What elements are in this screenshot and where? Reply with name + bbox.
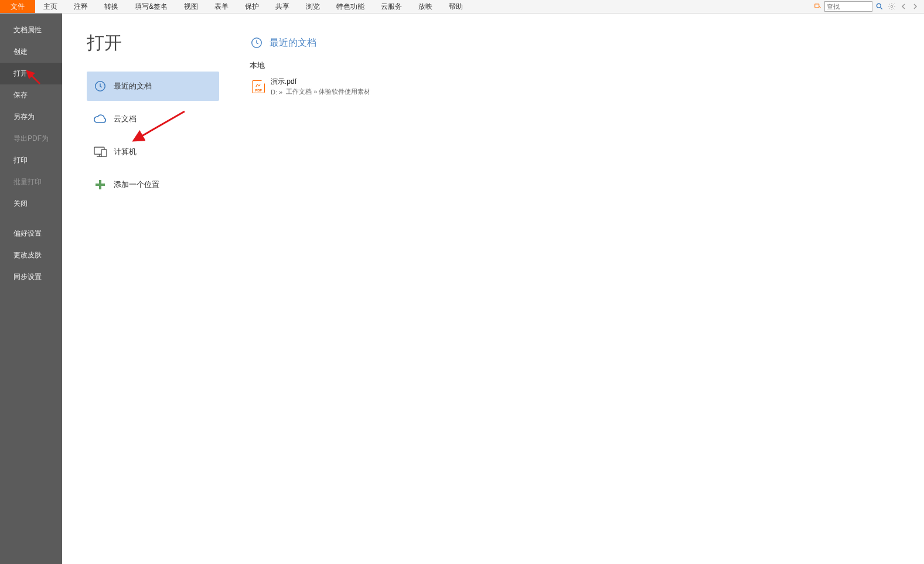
content-panel: 最近的文档 本地 PDF 演示.pdf D: » 工作文档 » 体验软件使用素材 <box>232 13 924 564</box>
svg-rect-0 <box>815 4 819 8</box>
sidebar-item-sync-settings[interactable]: 同步设置 <box>0 266 62 288</box>
svg-point-1 <box>877 4 881 8</box>
location-computer-label: 计算机 <box>114 147 137 157</box>
sidebar-item-change-skin[interactable]: 更改皮肤 <box>0 244 62 266</box>
menu-view[interactable]: 视图 <box>176 0 206 13</box>
computer-icon <box>93 144 108 159</box>
location-add[interactable]: 添加一个位置 <box>87 170 219 199</box>
sidebar-item-save-as[interactable]: 另存为 <box>0 106 62 128</box>
content-header-title: 最近的文档 <box>270 37 316 49</box>
sidebar-item-export-pdf[interactable]: 导出PDF为 <box>0 128 62 150</box>
location-cloud[interactable]: 云文档 <box>87 104 219 134</box>
search-go-icon[interactable] <box>874 1 885 12</box>
sidebar-item-create[interactable]: 创建 <box>0 41 62 63</box>
plus-icon <box>93 177 108 192</box>
find-tool-icon[interactable] <box>813 1 823 12</box>
recent-file-info: 演示.pdf D: » 工作文档 » 体验软件使用素材 <box>271 77 370 96</box>
menu-present[interactable]: 放映 <box>410 0 441 13</box>
sidebar-item-preferences[interactable]: 偏好设置 <box>0 223 62 244</box>
location-recent[interactable]: 最近的文档 <box>87 72 219 101</box>
cloud-icon <box>93 111 108 127</box>
svg-rect-5 <box>101 150 107 157</box>
search-input[interactable] <box>827 3 870 10</box>
location-computer[interactable]: 计算机 <box>87 137 219 167</box>
locations-panel: 打开 最近的文档 云文档 计算机 添加一个位置 <box>62 13 232 564</box>
search-input-wrap[interactable] <box>824 1 872 12</box>
menu-cloud[interactable]: 云服务 <box>373 0 410 13</box>
menu-protect[interactable]: 保护 <box>237 0 267 13</box>
menu-form[interactable]: 表单 <box>206 0 237 13</box>
recent-file-path: D: » 工作文档 » 体验软件使用素材 <box>271 87 370 96</box>
menu-home[interactable]: 主页 <box>35 0 66 13</box>
settings-gear-icon[interactable] <box>887 1 897 12</box>
clock-icon <box>93 79 108 94</box>
file-menu-sidebar: 文档属性 创建 打开 保存 另存为 导出PDF为 打印 批量打印 关闭 偏好设置… <box>0 13 62 564</box>
content-header: 最近的文档 <box>250 36 918 50</box>
menu-comment[interactable]: 注释 <box>66 0 96 13</box>
menu-convert[interactable]: 转换 <box>96 0 127 13</box>
nav-prev-icon[interactable] <box>898 1 909 12</box>
sidebar-item-batch-print[interactable]: 批量打印 <box>0 171 62 193</box>
svg-point-2 <box>891 5 893 8</box>
section-local-label: 本地 <box>250 60 918 71</box>
sidebar-item-print[interactable]: 打印 <box>0 150 62 171</box>
recent-file-name: 演示.pdf <box>271 77 370 87</box>
menu-fill-sign[interactable]: 填写&签名 <box>127 0 176 13</box>
location-recent-label: 最近的文档 <box>114 81 152 91</box>
clock-icon <box>250 36 264 50</box>
nav-next-icon[interactable] <box>910 1 920 12</box>
menu-features[interactable]: 特色功能 <box>328 0 373 13</box>
location-add-label: 添加一个位置 <box>114 179 159 190</box>
page-title: 打开 <box>87 31 219 55</box>
menu-file[interactable]: 文件 <box>0 0 35 13</box>
top-menubar: 文件 主页 注释 转换 填写&签名 视图 表单 保护 共享 浏览 特色功能 云服… <box>0 0 924 13</box>
location-cloud-label: 云文档 <box>114 114 137 124</box>
menu-share[interactable]: 共享 <box>267 0 298 13</box>
sidebar-item-close[interactable]: 关闭 <box>0 193 62 215</box>
recent-file-item[interactable]: PDF 演示.pdf D: » 工作文档 » 体验软件使用素材 <box>250 74 918 98</box>
sidebar-item-open[interactable]: 打开 <box>0 63 62 84</box>
menu-browse[interactable]: 浏览 <box>298 0 328 13</box>
sidebar-item-save[interactable]: 保存 <box>0 84 62 106</box>
sidebar-item-doc-props[interactable]: 文档属性 <box>0 19 62 41</box>
pdf-file-icon: PDF <box>252 80 265 93</box>
right-tools <box>813 0 924 13</box>
menu-help[interactable]: 帮助 <box>441 0 471 13</box>
